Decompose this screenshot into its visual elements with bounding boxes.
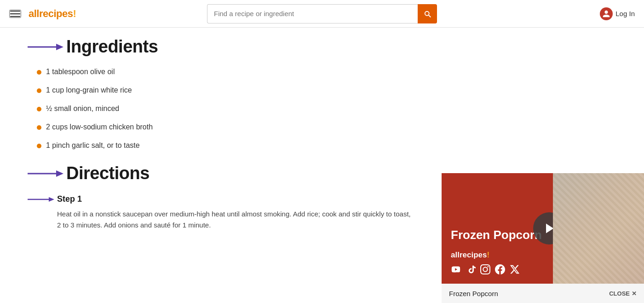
instagram-icon [480, 264, 490, 274]
video-brand-name: allrecipes! [451, 251, 489, 260]
bullet-icon [37, 144, 41, 148]
user-icon [600, 7, 613, 20]
directions-section: Directions Step 1 Heat oil in a nonstick… [28, 163, 414, 231]
search-button[interactable] [418, 4, 437, 23]
ingredient-text: 2 cups low-sodium chicken broth [46, 123, 153, 131]
arrow-svg [28, 168, 64, 179]
popcorn-visual [553, 173, 644, 284]
arrow-svg [28, 41, 64, 52]
svg-marker-3 [56, 170, 63, 177]
twitter-x-icon [510, 264, 520, 274]
tiktok-icon [466, 264, 476, 274]
header-left: allrecipes! [9, 8, 76, 20]
brand-name-text: allrecipes [451, 251, 487, 259]
site-logo[interactable]: allrecipes! [29, 8, 76, 20]
close-x-icon: ✕ [632, 290, 637, 297]
list-item: 1 cup long-grain white rice [37, 86, 414, 94]
list-item: 1 pinch garlic salt, or to taste [37, 141, 414, 150]
ingredients-arrow-icon [28, 41, 64, 52]
youtube-icon [451, 264, 461, 274]
video-bottom-title: Frozen Popcorn [449, 290, 498, 297]
directions-title: Directions [66, 163, 150, 183]
logo-exclaim: ! [73, 8, 76, 19]
bullet-icon [37, 107, 41, 111]
video-card: Frozen Popcorn allrecipes! [442, 173, 644, 303]
ingredients-list: 1 tablespoon olive oil 1 cup long-grain … [28, 68, 414, 150]
close-button[interactable]: CLOSE ✕ [609, 290, 637, 297]
bullet-icon [37, 70, 41, 75]
facebook-icon [495, 264, 505, 274]
step-arrow-icon [28, 195, 55, 204]
video-image [553, 173, 644, 284]
side-panel: Frozen Popcorn allrecipes! [442, 28, 644, 303]
main-content: Ingredients 1 tablespoon olive oil 1 cup… [0, 28, 644, 303]
video-thumbnail-img [553, 173, 644, 284]
video-thumbnail[interactable]: Frozen Popcorn allrecipes! [442, 173, 644, 284]
video-brand: allrecipes! [451, 251, 544, 260]
login-button[interactable]: Log In [600, 7, 635, 20]
svg-marker-5 [49, 197, 54, 202]
step-1-label: Step 1 [57, 194, 82, 204]
search-icon [423, 10, 431, 18]
ingredient-text: 1 tablespoon olive oil [46, 68, 115, 76]
ingredients-heading: Ingredients [28, 37, 414, 57]
svg-marker-1 [56, 44, 63, 50]
logo-text: allrecipes [29, 8, 73, 19]
ingredients-title: Ingredients [66, 37, 158, 57]
directions-heading: Directions [28, 163, 414, 183]
video-title: Frozen Popcorn [451, 228, 544, 242]
ingredient-text: 1 pinch garlic salt, or to taste [46, 141, 140, 150]
step-1-heading: Step 1 [28, 194, 414, 204]
site-header: allrecipes! Log In [0, 0, 644, 28]
brand-exclaim: ! [487, 251, 489, 259]
header-right: Log In [600, 7, 635, 20]
social-icons-row [451, 264, 544, 274]
directions-arrow-icon [28, 168, 64, 179]
ingredient-text: 1 cup long-grain white rice [46, 86, 132, 94]
ingredient-text: ½ small onion, minced [46, 105, 119, 113]
list-item: ½ small onion, minced [37, 105, 414, 113]
bullet-icon [37, 125, 41, 130]
list-item: 1 tablespoon olive oil [37, 68, 414, 76]
login-label: Log In [615, 10, 635, 17]
search-input[interactable] [207, 4, 418, 23]
svg-marker-6 [546, 224, 553, 233]
bullet-icon [37, 88, 41, 93]
step-1-text: Heat oil in a nonstick saucepan over med… [28, 209, 414, 231]
video-bottom-bar: Frozen Popcorn CLOSE ✕ [442, 284, 644, 303]
account-icon [602, 10, 610, 18]
list-item: 2 cups low-sodium chicken broth [37, 123, 414, 131]
close-label: CLOSE [609, 290, 630, 297]
content-area: Ingredients 1 tablespoon olive oil 1 cup… [0, 28, 442, 303]
search-container [207, 4, 437, 23]
menu-button[interactable] [9, 10, 21, 18]
step-arrow-svg [28, 195, 55, 204]
